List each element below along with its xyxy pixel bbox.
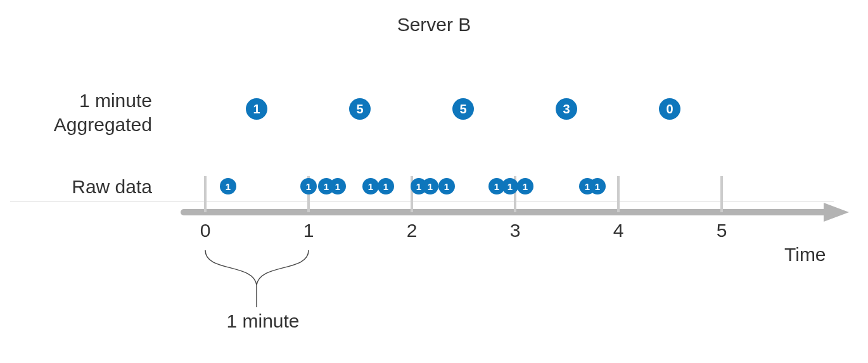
tick-label-2: 2 bbox=[399, 220, 424, 241]
raw-bubble-7: 1 bbox=[422, 178, 438, 194]
tick-label-5: 5 bbox=[709, 220, 734, 241]
time-axis-arrowhead bbox=[824, 203, 849, 222]
interval-brace-label: 1 minute bbox=[212, 310, 314, 332]
raw-bubble-8: 1 bbox=[438, 178, 455, 194]
tick-label-1: 1 bbox=[296, 220, 321, 241]
raw-bubble-4: 1 bbox=[362, 178, 379, 194]
tick-label-0: 0 bbox=[193, 220, 218, 241]
raw-bubble-10: 1 bbox=[502, 178, 518, 194]
aggregated-bubble-1: 5 bbox=[349, 98, 371, 120]
interval-brace bbox=[205, 250, 309, 285]
raw-bubble-0: 1 bbox=[220, 178, 236, 194]
aggregated-bubble-4: 0 bbox=[659, 98, 680, 120]
aggregated-bubble-2: 5 bbox=[452, 98, 474, 120]
raw-bubble-1: 1 bbox=[300, 178, 317, 194]
raw-bubble-11: 1 bbox=[517, 178, 533, 194]
x-axis-label: Time bbox=[784, 244, 826, 265]
tick-label-4: 4 bbox=[606, 220, 631, 241]
aggregated-bubble-0: 1 bbox=[246, 98, 267, 120]
raw-bubble-5: 1 bbox=[378, 178, 394, 194]
tick-label-3: 3 bbox=[502, 220, 528, 241]
raw-bubble-3: 1 bbox=[329, 178, 346, 194]
raw-bubble-13: 1 bbox=[589, 178, 606, 194]
aggregated-bubble-3: 3 bbox=[556, 98, 577, 120]
